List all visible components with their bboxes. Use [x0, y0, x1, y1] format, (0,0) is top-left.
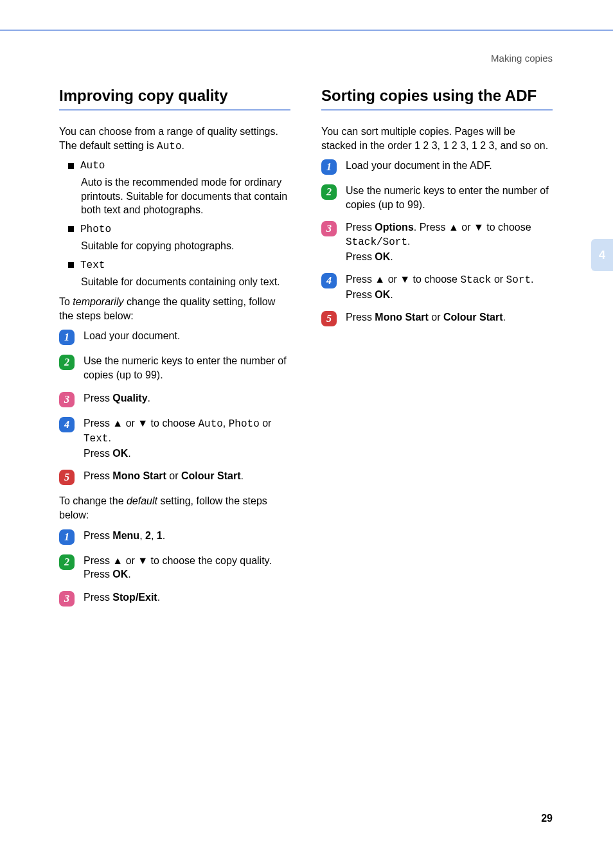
- text-bold: Quality: [112, 393, 147, 403]
- step-4: 4 Press ▲ or ▼ to choose Auto, Photo or …: [59, 416, 290, 461]
- text-span: or: [491, 274, 506, 285]
- step-4: 4 Press ▲ or ▼ to choose Stack or Sort. …: [321, 272, 553, 301]
- square-bullet-icon: [68, 226, 74, 232]
- step-text: Use the numeric keys to enter the number…: [84, 354, 290, 382]
- bullet-label: Text: [80, 260, 105, 271]
- intro-part-b: .: [182, 140, 184, 151]
- text-span: .: [157, 592, 160, 603]
- step-text: Press Stop/Exit.: [84, 590, 160, 605]
- step-text: Press Mono Start or Colour Start.: [346, 310, 506, 324]
- step-5: 5 Press Mono Start or Colour Start.: [321, 310, 553, 326]
- step-5: 5 Press Mono Start or Colour Start.: [59, 469, 290, 485]
- down-arrow-icon: ▼: [138, 418, 148, 429]
- up-arrow-icon: ▲: [112, 555, 123, 566]
- step-badge-2-icon: 2: [59, 355, 75, 370]
- step-text: Press Menu, 2, 1.: [84, 529, 165, 543]
- text-span: .: [163, 530, 165, 541]
- step-text: Press Quality.: [84, 391, 150, 405]
- step-badge-2-icon: 2: [321, 184, 337, 200]
- text-mono: Auto: [198, 418, 222, 430]
- text-bold: OK: [375, 289, 390, 300]
- bullet-item: Text Suitable for documents containing o…: [59, 260, 290, 289]
- text-span: or: [123, 418, 138, 429]
- steps-sorting: 1 Load your document in the ADF. 2 Use t…: [321, 159, 553, 326]
- text-span: or: [429, 312, 443, 323]
- quality-bullet-list: Auto Auto is the recommended mode for or…: [59, 160, 290, 288]
- text-bold: OK: [112, 569, 128, 580]
- right-column: Sorting copies using the ADF You can sor…: [321, 86, 553, 868]
- text-span: .: [108, 432, 111, 443]
- text-em: temporarily: [73, 296, 123, 307]
- bullet-item: Photo Suitable for copying photographs.: [59, 224, 290, 253]
- text-span: .: [390, 251, 393, 262]
- step-badge-5-icon: 5: [321, 311, 337, 326]
- text-mono: Stack/Sort: [346, 236, 407, 248]
- text-span: or: [123, 555, 138, 566]
- step-2: 2 Use the numeric keys to enter the numb…: [59, 354, 290, 382]
- text-span: to choose: [148, 418, 198, 429]
- text-span: to choose: [410, 274, 460, 285]
- step-badge-5-icon: 5: [59, 470, 75, 485]
- step-3: 3 Press Quality.: [59, 391, 290, 407]
- step-badge-1-icon: 1: [321, 159, 337, 175]
- step-2: 2 Use the numeric keys to enter the numb…: [321, 184, 553, 211]
- bullet-label: Auto: [80, 160, 105, 172]
- text-span: ,: [223, 418, 229, 429]
- text-span: Press: [346, 274, 375, 285]
- bullet-label: Photo: [80, 224, 111, 235]
- step-badge-1-icon: 1: [59, 330, 75, 345]
- step-1: 1 Press Menu, 2, 1.: [59, 529, 290, 545]
- heading-improving-copy-quality: Improving copy quality: [59, 86, 290, 111]
- text-bold: Colour Start: [181, 470, 240, 481]
- step-3: 3 Press Options. Press ▲ or ▼ to choose …: [321, 220, 553, 263]
- temporary-change-text: To temporarily change the quality settin…: [59, 295, 290, 323]
- text-span: . Press: [414, 222, 449, 233]
- text-em: default: [127, 495, 157, 506]
- text-bold: 1: [157, 530, 163, 541]
- text-bold: Options: [375, 222, 413, 233]
- text-span: .: [128, 569, 130, 580]
- intro-text: You can sort multiple copies. Pages will…: [321, 125, 553, 152]
- text-bold: 2: [145, 530, 151, 541]
- text-span: Press: [346, 222, 375, 233]
- step-1: 1 Load your document.: [59, 329, 290, 345]
- text-span: .: [148, 393, 150, 403]
- text-mono: Text: [84, 433, 108, 445]
- step-text: Press ▲ or ▼ to choose Auto, Photo or Te…: [84, 416, 290, 461]
- bullet-item: Auto Auto is the recommended mode for or…: [59, 160, 290, 217]
- step-text: Press ▲ or ▼ to choose the copy quality.…: [84, 554, 272, 581]
- step-text: Press Mono Start or Colour Start.: [84, 469, 244, 483]
- step-badge-4-icon: 4: [59, 417, 75, 432]
- square-bullet-icon: [68, 163, 74, 169]
- steps-default: 1 Press Menu, 2, 1. 2 Press ▲ or ▼ to ch…: [59, 529, 290, 607]
- step-1: 1 Load your document in the ADF.: [321, 159, 553, 175]
- step-badge-1-icon: 1: [59, 529, 75, 545]
- page-number: 29: [541, 813, 553, 824]
- step-badge-3-icon: 3: [59, 392, 75, 407]
- step-badge-3-icon: 3: [321, 221, 337, 236]
- text-bold: Colour Start: [443, 312, 502, 323]
- text-span: .: [531, 274, 533, 285]
- text-span: or: [166, 470, 181, 481]
- text-span: Press: [84, 393, 112, 403]
- down-arrow-icon: ▼: [138, 555, 148, 566]
- text-span: or: [385, 274, 400, 285]
- text-span: .: [502, 312, 505, 323]
- left-column: Improving copy quality You can choose fr…: [59, 86, 290, 868]
- down-arrow-icon: ▼: [474, 222, 484, 233]
- text-span: To: [59, 296, 73, 307]
- intro-code: Auto: [157, 141, 181, 152]
- text-bold: Menu: [112, 530, 139, 541]
- text-span: or: [260, 418, 272, 429]
- text-span: .: [128, 448, 130, 459]
- step-badge-3-icon: 3: [59, 591, 75, 607]
- square-bullet-icon: [68, 262, 74, 268]
- text-bold: OK: [112, 448, 128, 459]
- text-bold: Stop/Exit: [112, 592, 157, 603]
- default-change-text: To change the default setting, follow th…: [59, 494, 290, 522]
- text-span: .: [390, 289, 393, 300]
- step-text: Load your document.: [84, 329, 180, 343]
- text-span: To change the: [59, 495, 127, 506]
- text-bold: Mono Start: [112, 470, 166, 481]
- text-span: Press: [84, 592, 112, 603]
